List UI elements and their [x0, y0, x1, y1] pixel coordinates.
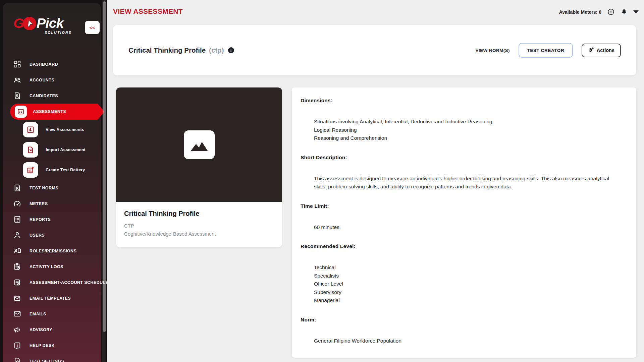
view-norms-button[interactable]: VIEW NORM(S) [476, 48, 510, 53]
recommended-level-item: Technical [314, 263, 623, 272]
sidebar-item-meters[interactable]: METERS [3, 196, 101, 212]
sidebar-item-activity-logs[interactable]: ACTIVITY LOGS [3, 259, 101, 275]
logo-go-text: G [13, 15, 24, 31]
sidebar-subitem-label: Import Assessment [46, 147, 86, 152]
dimension-item: Situations involving Analytical, Inferen… [314, 118, 623, 126]
assessment-title: Critical Thinking Profile [128, 46, 206, 54]
app-root: GPick SOLUTIONS << DASHBOARD [0, 0, 644, 362]
recommended-level-item: Supervisory [314, 288, 623, 297]
advisory-icon [13, 325, 22, 334]
add-circle-icon[interactable] [607, 8, 615, 16]
sidebar-item-label: HELP DESK [30, 343, 55, 348]
sidebar-item-label: EMAILS [30, 312, 46, 316]
info-icon[interactable]: i [228, 47, 234, 53]
time-limit-heading: Time Limit: [301, 203, 623, 209]
logo-pick-text: Pick [37, 15, 63, 31]
profile-caret-icon[interactable] [633, 10, 639, 13]
sidebar-item-test-settings[interactable]: TEST SETTINGS [3, 353, 101, 362]
sidebar-item-label: ASSESSMENT-ACCOUNT SCHEDULE [30, 280, 108, 285]
assessment-card-category: Cognitive/Knowledge-Based Assessment [124, 230, 274, 238]
dimension-item: Logical Reasoning [314, 126, 623, 134]
image-placeholder-icon [184, 130, 215, 159]
import-assessment-icon [23, 142, 38, 158]
assessment-card-info: Critical Thinking Profile CTP Cognitive/… [116, 202, 282, 247]
sidebar-item-assessments[interactable]: ASSESSMENTS [3, 104, 101, 120]
cursor-icon [23, 17, 36, 30]
assessment-card[interactable]: Critical Thinking Profile CTP Cognitive/… [116, 87, 282, 247]
recommended-level-item: Managerial [314, 296, 623, 305]
sidebar-item-label: EMAIL TEMPLATES [30, 296, 71, 301]
dimensions-heading: Dimensions: [301, 98, 623, 104]
sidebar-item-dashboard[interactable]: DASHBOARD [3, 56, 101, 72]
sidebar-scrollbar-thumb[interactable] [103, 1, 106, 332]
page-title: VIEW ASSESSMENT [113, 7, 183, 15]
logo-row: GPick SOLUTIONS << [3, 3, 101, 42]
sidebar-subitem-create-test-battery[interactable]: Create Test Battery [3, 160, 101, 180]
short-description-heading: Short Description: [301, 155, 623, 161]
assessment-card-title: Critical Thinking Profile [124, 210, 274, 218]
sidebar-subitem-label: Create Test Battery [46, 168, 85, 172]
assessment-thumbnail [116, 87, 282, 202]
sidebar-item-assessment-account-schedule[interactable]: ASSESSMENT-ACCOUNT SCHEDULE [3, 275, 101, 290]
sidebar-item-reports[interactable]: REPORTS [3, 212, 101, 227]
recommended-level-item: Specialists [314, 272, 623, 280]
help-desk-icon [13, 341, 22, 350]
sidebar-subitem-view-assessments[interactable]: View Assessments [3, 120, 101, 140]
norm-value: General Filipino Workforce Population [314, 337, 623, 345]
sidebar-collapse-button[interactable]: << [85, 21, 100, 34]
available-meters-label: Available Meters: 0 [559, 9, 601, 15]
sidebar-item-email-templates[interactable]: EMAIL TEMPLATES [3, 290, 101, 306]
sidebar-item-advisory[interactable]: ADVISORY [3, 322, 101, 338]
sidebar-panel: GPick SOLUTIONS << DASHBOARD [3, 3, 101, 362]
sidebar-item-label: ACCOUNTS [30, 78, 54, 82]
dashboard-icon [13, 60, 22, 68]
sidebar-item-label: ROLES/PERMISSIONS [30, 249, 76, 253]
sidebar-item-label: CANDIDATES [30, 94, 58, 98]
accounts-icon [13, 76, 22, 84]
users-icon [13, 231, 22, 239]
sidebar-item-label: REPORTS [30, 217, 51, 222]
time-limit-value: 60 minutes [314, 223, 623, 232]
meters-icon [13, 199, 22, 208]
topbar-right: Available Meters: 0 [559, 8, 639, 16]
brand-logo: GPick SOLUTIONS [13, 15, 74, 39]
actions-button[interactable]: Actions [582, 44, 621, 57]
emails-icon [13, 310, 22, 318]
view-assessments-icon [23, 122, 38, 137]
logo-solutions-text: SOLUTIONS [45, 31, 72, 35]
gears-icon [588, 47, 594, 54]
test-creator-button[interactable]: TEST CREATOR [519, 43, 573, 58]
roles-permissions-icon [13, 247, 22, 255]
sidebar-item-roles-permissions[interactable]: ROLES/PERMISSIONS [3, 243, 101, 259]
sidebar-item-test-norms[interactable]: TEST NORMS [3, 180, 101, 196]
sidebar-item-help-desk[interactable]: HELP DESK [3, 338, 101, 353]
reports-icon [13, 215, 22, 224]
test-settings-icon [13, 357, 22, 362]
dimensions-list: Situations involving Analytical, Inferen… [314, 118, 623, 142]
candidates-icon [13, 92, 22, 100]
assessment-details-panel: Dimensions: Situations involving Analyti… [292, 87, 636, 358]
sidebar-subitem-import-assessment[interactable]: Import Assessment [3, 140, 101, 160]
sidebar-menu: DASHBOARD ACCOUNTS CANDIDATES [3, 56, 101, 362]
test-norms-icon [13, 184, 22, 192]
sidebar-item-label: TEST NORMS [30, 186, 58, 190]
dimension-item: Reasoning and Comprehension [314, 134, 623, 142]
email-templates-icon [13, 294, 22, 302]
sidebar-item-label: ADVISORY [30, 327, 52, 332]
norm-heading: Norm: [301, 317, 623, 323]
sidebar-item-users[interactable]: USERS [3, 227, 101, 243]
recommended-level-list: Technical Specialists Officer Level Supe… [314, 263, 623, 305]
sidebar-item-label: ACTIVITY LOGS [30, 264, 63, 269]
notifications-bell-icon[interactable] [621, 8, 628, 16]
actions-button-label: Actions [597, 48, 614, 53]
activity-logs-icon [13, 262, 22, 271]
sidebar-item-emails[interactable]: EMAILS [3, 306, 101, 322]
main-content: VIEW ASSESSMENT Available Meters: 0 Crit… [107, 0, 644, 362]
sidebar-item-accounts[interactable]: ACCOUNTS [3, 72, 101, 88]
sidebar-item-label: TEST SETTINGS [30, 359, 64, 362]
assessment-account-schedule-icon [13, 278, 22, 287]
recommended-level-heading: Recommended Level: [301, 243, 623, 249]
short-description-text: This assessment is designed to measure a… [314, 175, 623, 191]
sidebar-item-label: USERS [30, 233, 45, 238]
sidebar-item-candidates[interactable]: CANDIDATES [3, 88, 101, 104]
